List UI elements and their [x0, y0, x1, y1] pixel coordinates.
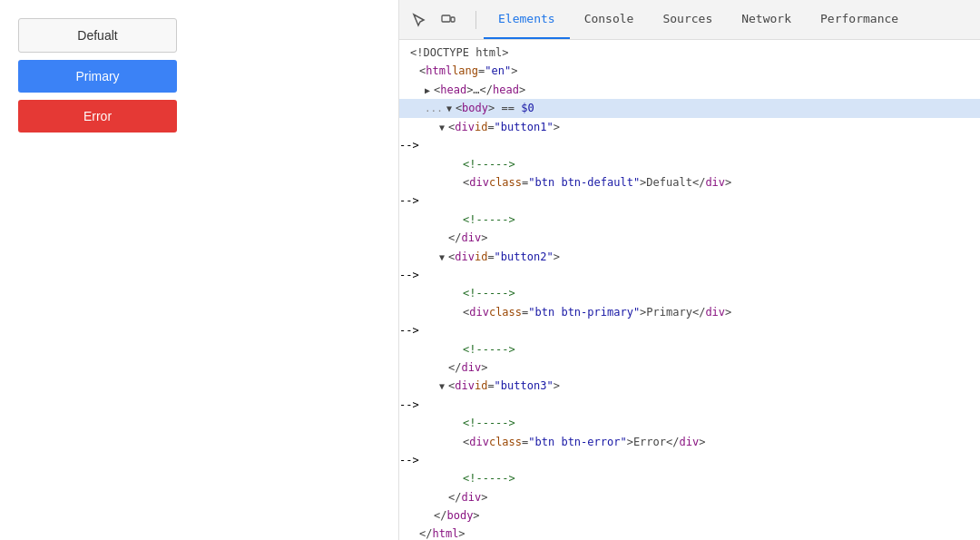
svg-rect-1 [451, 17, 455, 22]
button-error[interactable]: Error [18, 100, 177, 133]
html-line: ▼ <!-----> [399, 414, 980, 432]
html-line: ▼ </body> [399, 506, 980, 525]
devtools-toolbar: Elements Console Sources Network Perform… [399, 0, 980, 40]
toolbar-icons [407, 7, 461, 33]
html-line: ▼ </div> [399, 488, 980, 506]
tab-performance[interactable]: Performance [806, 0, 913, 39]
html-line: ▼ <!-----> [399, 284, 980, 302]
devtools-content: <!DOCTYPE html> ▼ <html lang="en"> <head… [399, 40, 980, 540]
devtools-pane: Elements Console Sources Network Perform… [399, 0, 980, 540]
html-line: ▼ <!-----> [399, 155, 980, 173]
html-line: ▼ </html> [399, 525, 980, 540]
html-line: ▼ <div class="btn btn-primary">Primary</… [399, 303, 980, 321]
button-default[interactable]: Defualt [18, 18, 177, 53]
cursor-icon[interactable] [407, 7, 432, 33]
html-line: ▼ <!-----> [399, 469, 980, 487]
tab-elements[interactable]: Elements [484, 0, 570, 39]
button-primary[interactable]: Primary [18, 60, 177, 93]
device-icon[interactable] [436, 7, 461, 33]
expand-arrow[interactable] [439, 250, 448, 265]
html-line: ▼ </div> [399, 229, 980, 247]
tab-network[interactable]: Network [727, 0, 806, 39]
html-line: ▼ <html lang="en"> [399, 62, 980, 80]
expand-arrow[interactable] [425, 83, 434, 98]
tab-console[interactable]: Console [570, 0, 649, 39]
toolbar-divider [475, 11, 476, 29]
preview-pane: Defualt Primary Error [0, 0, 399, 540]
html-line: ▼ <!-----> [399, 340, 980, 358]
svg-rect-0 [442, 15, 450, 22]
tab-sources[interactable]: Sources [648, 0, 727, 39]
html-line: ▼ <div class="btn btn-error">Error</div> [399, 433, 980, 451]
html-line-body: ... <body> == $0 [399, 99, 980, 118]
html-line: ▼ <!-----> [399, 211, 980, 229]
expand-arrow[interactable] [446, 101, 456, 116]
html-line: <div id="button3"> [399, 377, 980, 395]
html-line: <div id="button2"> [399, 248, 980, 266]
html-line: <div id="button1"> [399, 118, 980, 136]
html-line: <head>…</head> [399, 81, 980, 99]
html-line: ▼ </div> [399, 358, 980, 377]
expand-arrow[interactable] [439, 120, 448, 135]
expand-arrow[interactable] [439, 378, 448, 394]
html-line: ▼ <div class="btn btn-default">Defualt</… [399, 173, 980, 191]
html-line: <!DOCTYPE html> [399, 44, 980, 62]
tab-list: Elements Console Sources Network Perform… [484, 0, 913, 39]
